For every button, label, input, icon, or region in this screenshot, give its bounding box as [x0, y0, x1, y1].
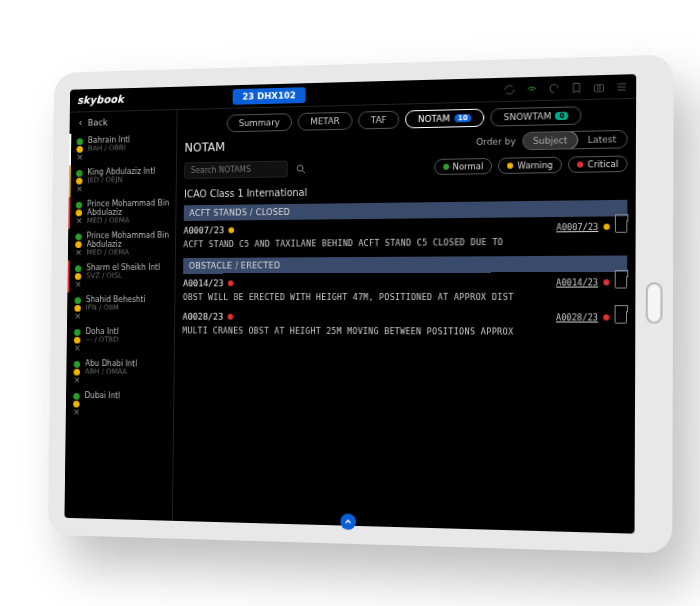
notam-category: ACFT STANDS / CLOSED	[184, 200, 628, 221]
airport-code: BAH / OBBI	[88, 144, 130, 153]
notam-item[interactable]: A0028/23A0028/23MULTI CRANES OBST AT HEI…	[182, 311, 627, 338]
airport-code: MED / OEMA	[86, 249, 169, 258]
order-latest[interactable]: Latest	[577, 131, 626, 148]
main-panel: SummaryMETARTAFNOTAM10SNOWTAM0 NOTAM Ord…	[173, 99, 636, 534]
back-button[interactable]: Back	[70, 110, 177, 134]
tab-badge: 0	[555, 112, 568, 120]
home-button[interactable]	[646, 282, 663, 324]
notam-id: A0028/23	[183, 312, 224, 322]
sidebar-airport[interactable]: ✕King Abdulaziz IntlJED / OEJN	[69, 164, 176, 198]
tab-summary[interactable]: Summary	[226, 113, 292, 132]
airport-code: — / OTBD	[85, 336, 118, 345]
bookmark-icon[interactable]	[570, 81, 582, 94]
tab-taf[interactable]: TAF	[358, 111, 399, 130]
sidebar-airport[interactable]: ✕Prince Mohammad Bin AbdulazizMED / OEMA	[68, 228, 175, 261]
tablet-frame: skybook 23 DHX102 Back ✕Bahrain IntlBAH …	[48, 55, 674, 554]
notam-ref[interactable]: A0007/23	[556, 222, 598, 233]
svg-point-1	[597, 86, 600, 89]
brand-logo: skybook	[77, 93, 124, 107]
notam-ref[interactable]: A0014/23	[556, 277, 598, 287]
notam-text: OBST WILL BE ERECTED WITH HEIGHT 47M, PO…	[183, 292, 627, 303]
settings-icon[interactable]	[615, 80, 627, 93]
order-by: Order by Subject Latest	[476, 130, 628, 151]
airport-code: JED / OEJN	[87, 176, 155, 185]
chevron-up-icon	[343, 517, 353, 527]
page-title: NOTAM	[184, 140, 225, 154]
tab-metar[interactable]: METAR	[298, 112, 353, 131]
wifi-icon	[526, 82, 538, 94]
airport-code: ABH / OMAA	[85, 368, 137, 377]
severity-dot	[228, 314, 234, 320]
severity-dot	[228, 280, 234, 286]
tab-snowtam[interactable]: SNOWTAM0	[491, 106, 582, 126]
sync-icon[interactable]	[503, 83, 515, 95]
app-screen: skybook 23 DHX102 Back ✕Bahrain IntlBAH …	[64, 74, 636, 534]
airport-code: IFN / OIIM	[86, 304, 146, 312]
order-label: Order by	[476, 136, 516, 147]
airport-name: Prince Mohammad Bin Abdulaziz	[87, 231, 170, 249]
section-heading: ICAO Class 1 International	[184, 182, 628, 199]
flight-chip[interactable]: 23 DHX102	[233, 87, 306, 105]
sidebar-airport[interactable]: ✕Doha Intl— / OTBD	[67, 324, 175, 357]
back-label: Back	[88, 118, 108, 128]
filter-warning[interactable]: Warning	[498, 156, 562, 173]
search-icon[interactable]	[295, 163, 307, 175]
tab-notam[interactable]: NOTAM10	[405, 109, 485, 129]
notam-text: MULTI CRANES OBST AT HEIGHT 25M MOVING B…	[182, 326, 627, 339]
refresh-icon[interactable]	[548, 82, 560, 95]
airport-name: Prince Mohammad Bin Abdulaziz	[87, 199, 170, 218]
chevron-left-icon	[77, 119, 84, 127]
svg-rect-0	[594, 84, 603, 91]
bookmark-icon[interactable]	[615, 311, 627, 323]
search-input[interactable]	[184, 161, 288, 179]
airport-code: SVZ / OISL	[86, 272, 160, 281]
svg-point-2	[297, 165, 303, 171]
notam-id: A0007/23	[184, 225, 225, 235]
status-icons	[503, 80, 627, 95]
airport-code: MED / OEMA	[87, 217, 170, 226]
bookmark-icon[interactable]	[615, 220, 627, 232]
sidebar-airport[interactable]: ✕Sharm el Sheikh IntlSVZ / OISL	[67, 260, 174, 292]
notam-ref[interactable]: A0028/23	[556, 312, 598, 322]
sidebar-airport[interactable]: ✕Dubai Intl	[66, 388, 174, 422]
notam-category: OBSTACLE / ERECTED	[183, 256, 627, 274]
notam-item[interactable]: A0014/23A0014/23OBST WILL BE ERECTED WIT…	[183, 276, 627, 303]
notam-item[interactable]: A0007/23A0007/23ACFT STAND C5 AND TAXILA…	[183, 220, 627, 250]
filter-critical[interactable]: Critical	[568, 155, 627, 172]
notam-list: ACFT STANDS / CLOSEDA0007/23A0007/23ACFT…	[182, 200, 627, 347]
sidebar: Back ✕Bahrain IntlBAH / OBBI✕King Abdula…	[64, 110, 177, 521]
order-subject[interactable]: Subject	[522, 131, 579, 150]
bookmark-icon[interactable]	[615, 276, 627, 288]
sidebar-airport[interactable]: ✕Prince Mohammad Bin AbdulazizMED / OEMA	[68, 196, 175, 229]
expand-button[interactable]	[340, 513, 356, 530]
order-segment[interactable]: Subject Latest	[522, 130, 628, 150]
notam-id: A0014/23	[183, 278, 224, 288]
sidebar-airport[interactable]: ✕Abu Dhabi IntlABH / OMAA	[66, 356, 174, 389]
severity-dot	[229, 227, 235, 233]
severity-filters: Normal Warning Critical	[434, 155, 628, 175]
camera-icon[interactable]	[593, 81, 605, 94]
airport-name: Dubai Intl	[85, 391, 121, 400]
sidebar-airport[interactable]: ✕Shahid BeheshtiIFN / OIIM	[67, 292, 175, 324]
sidebar-airport[interactable]: ✕Bahrain IntlBAH / OBBI	[69, 131, 176, 165]
tabs: SummaryMETARTAFNOTAM10SNOWTAM0	[185, 105, 628, 133]
tab-badge: 10	[454, 114, 472, 122]
notam-text: ACFT STAND C5 AND TAXILANE BEHIND ACFT S…	[183, 236, 627, 250]
filter-normal[interactable]: Normal	[434, 157, 493, 174]
